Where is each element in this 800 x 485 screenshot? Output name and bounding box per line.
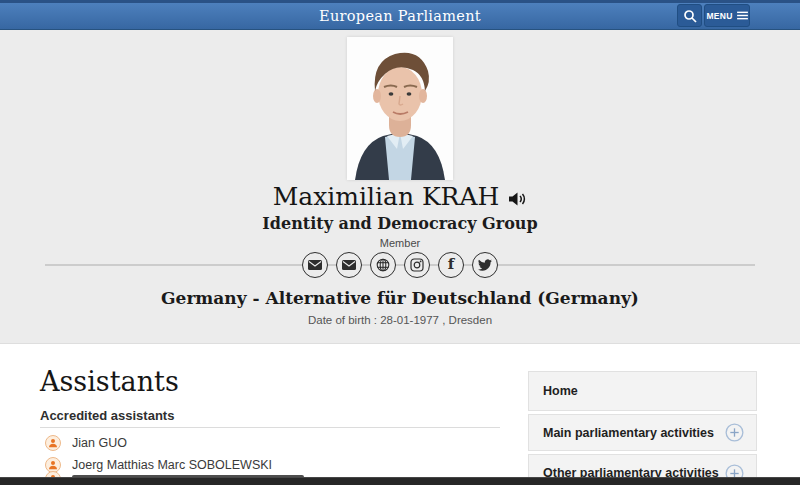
twitter-link[interactable] [472,252,498,278]
email-link[interactable] [302,252,328,278]
political-group: Identity and Democracy Group [0,214,800,233]
menu-button[interactable]: MENU [704,4,750,27]
sidebar-item-label: Home [543,384,578,398]
expand-plus-icon[interactable] [725,423,744,442]
twitter-icon [478,259,492,271]
facebook-link[interactable]: f [438,252,464,278]
assistants-divider-line [40,427,500,428]
menu-button-label: MENU [706,11,732,21]
mep-name: Maximilian KRAH [273,182,500,211]
sidebar-item-label: Main parliamentary activities [543,426,714,440]
mep-portrait-photo [347,37,453,180]
speaker-icon[interactable] [509,192,527,206]
sidebar-item-main-parliamentary-activities[interactable]: Main parliamentary activities [528,414,757,451]
email-icon [342,260,356,270]
sidebar-item-home[interactable]: Home [528,371,757,411]
magnifier-icon [683,9,697,23]
assistant-name: Jian GUO [72,436,127,450]
social-links-row: f [0,252,800,278]
country-party: Germany - Alternative für Deutschland (G… [0,288,800,308]
email-icon [308,260,322,270]
bottom-dark-bar [0,477,800,485]
profile-hero: Maximilian KRAH Identity and Democracy G… [0,30,800,344]
instagram-link[interactable] [404,252,430,278]
website-globe-icon [376,258,390,272]
search-button[interactable] [677,4,702,27]
hamburger-icon [737,11,748,20]
assistant-list-item[interactable]: Jian GUO [45,434,127,452]
person-icon [45,435,61,451]
mep-profile-page: European Parliament MENU [0,0,800,485]
assistants-section-title: Assistants [40,366,179,397]
email-link-2[interactable] [336,252,362,278]
instagram-icon [410,258,424,272]
facebook-icon: f [448,257,454,272]
date-of-birth: Date of birth : 28-01-1977 , Dresden [0,314,800,326]
website-link[interactable] [370,252,396,278]
accredited-assistants-heading: Accredited assistants [40,408,174,423]
member-status: Member [0,237,800,249]
